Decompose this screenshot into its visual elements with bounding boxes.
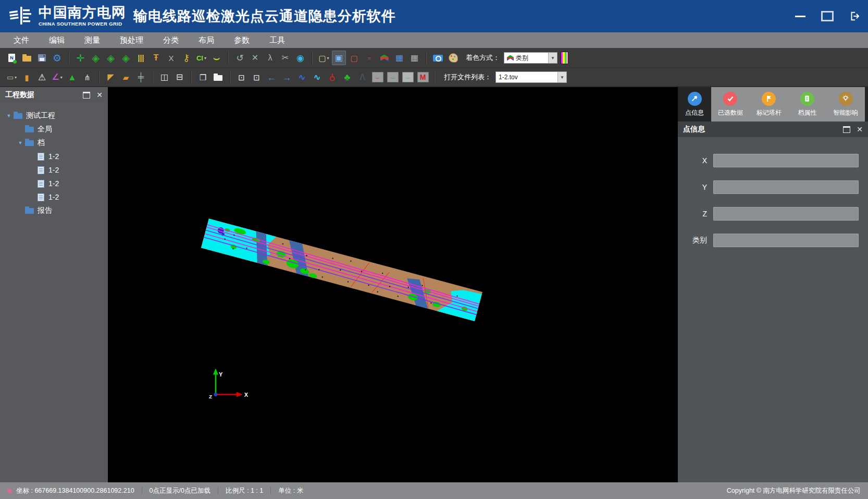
open-folder-button[interactable] <box>20 51 34 65</box>
tree-item-1-2[interactable]: 1-2 <box>0 190 108 204</box>
menu-item-参数[interactable]: 参数 <box>228 32 263 48</box>
y-input[interactable] <box>713 180 859 194</box>
exit-button[interactable] <box>841 0 868 32</box>
palette-button[interactable] <box>446 51 460 65</box>
diamond-slash-button-1[interactable]: ◈ <box>89 51 103 65</box>
document-n-button[interactable]: N <box>5 51 19 65</box>
dropdown-arrow-icon[interactable]: ▾ <box>327 56 329 60</box>
dropdown-arrow-icon[interactable]: ▾ <box>204 56 206 60</box>
dropdown-arrow-icon[interactable]: ▼ <box>548 53 557 63</box>
broom-button[interactable]: ◤ <box>104 70 118 84</box>
panel-close-icon[interactable]: ✕ <box>857 126 863 133</box>
save-button[interactable] <box>35 51 49 65</box>
grid-delete-button[interactable]: ▦ <box>392 51 406 65</box>
point-cloud-canvas[interactable]: Y X Z <box>108 87 678 482</box>
tower-button[interactable]: Λ <box>355 70 369 84</box>
menu-item-编辑[interactable]: 编辑 <box>43 32 78 48</box>
pole-button[interactable]: λ <box>263 51 277 65</box>
copy-dots-button-2[interactable]: ⊡ <box>250 70 264 84</box>
ruler-x-button[interactable]: X <box>164 51 178 65</box>
warning-triangle-button[interactable]: ⚠ <box>35 70 49 84</box>
green-arrow-button[interactable]: ▲ <box>65 70 79 84</box>
layers-chevron-button[interactable] <box>377 51 391 65</box>
vertical-ruler-button[interactable]: ▮ <box>20 70 34 84</box>
rainbow-bars-icon[interactable] <box>561 52 568 64</box>
panel-restore-icon[interactable] <box>843 126 850 133</box>
select-dots-button[interactable]: ▫ <box>362 51 376 65</box>
ellipse-rotate-button[interactable]: ↺ <box>233 51 247 65</box>
copy-dots-button-1[interactable]: ⊡ <box>234 70 249 84</box>
location-pin-button[interactable]: ⚲ <box>325 70 339 84</box>
key-plus-button[interactable]: ⚷ <box>179 51 193 65</box>
ci-dropdown-button[interactable]: CI▾ <box>194 51 208 65</box>
sag-box-green-button[interactable]: ⌣ <box>386 70 400 84</box>
menu-item-预处理[interactable]: 预处理 <box>114 32 157 48</box>
select-rect-dropdown-button[interactable]: ▢▾ <box>317 51 331 65</box>
profile-box-dropdown-button[interactable]: ▭▾ <box>5 70 19 84</box>
panel-restore-icon[interactable] <box>83 92 90 99</box>
tree-item-报告[interactable]: 报告 <box>0 204 108 217</box>
sag-box-red-button[interactable]: ⌣ <box>370 70 385 84</box>
polyline-blue-button[interactable]: ∿ <box>295 70 309 84</box>
colorize-mode-select[interactable]: 类别▼ <box>504 52 557 64</box>
expander-icon[interactable]: ▼ <box>5 113 13 118</box>
gear-button[interactable]: ⚙ <box>50 51 64 65</box>
tree-item-全局[interactable]: 全局 <box>0 123 108 136</box>
yellow-bars-delete-button[interactable]: ||| <box>134 51 148 65</box>
split-horizontal-button[interactable]: ⊟ <box>172 70 187 84</box>
polyline-cyan-button[interactable]: ∿ <box>310 70 324 84</box>
node-link-button[interactable]: ⋔ <box>80 70 94 84</box>
expander-icon[interactable]: ▼ <box>17 140 24 145</box>
category-input[interactable] <box>713 234 859 247</box>
orange-ruler-button[interactable]: ▰ <box>119 70 133 84</box>
menu-item-工具[interactable]: 工具 <box>263 32 299 48</box>
viewport-3d[interactable]: Y X Z <box>108 87 678 482</box>
tree-item-1-2[interactable]: 1-2 <box>0 177 108 190</box>
select-cursor-button[interactable]: ▣ <box>332 51 346 65</box>
sag-box-gray-button[interactable]: ⌣ <box>401 70 415 84</box>
catenary-curve-button[interactable]: ⌣ <box>209 51 224 65</box>
z-input[interactable] <box>713 207 859 221</box>
tree-item-档[interactable]: ▼档 <box>0 136 108 150</box>
menu-item-分类[interactable]: 分类 <box>157 32 192 48</box>
orange-flag-button[interactable]: Ŧ <box>149 51 163 65</box>
tab-point-info[interactable]: 点信息 <box>678 87 711 121</box>
dropdown-arrow-icon[interactable]: ▾ <box>15 75 17 80</box>
maximize-button[interactable] <box>814 0 841 32</box>
x-input[interactable] <box>713 154 859 167</box>
split-vertical-button[interactable]: ◫ <box>157 70 171 84</box>
diamond-slash-button-3[interactable]: ◈ <box>119 51 133 65</box>
cascade-windows-button[interactable]: ❐ <box>196 70 210 84</box>
grid-cursor-button[interactable]: ▦ <box>407 51 421 65</box>
dropdown-arrow-icon[interactable]: ▾ <box>60 75 63 80</box>
open-file-list-select[interactable]: 1-2.tov▼ <box>495 71 567 83</box>
menu-item-文件[interactable]: 文件 <box>7 32 43 48</box>
move-arrows-button[interactable]: ✛ <box>73 51 88 65</box>
tab-mark-tower[interactable]: 标记塔杆 <box>750 87 788 121</box>
field-label: X <box>678 156 713 165</box>
diamond-slash-button-2[interactable]: ◈ <box>104 51 118 65</box>
cross-button[interactable]: ✕ <box>248 51 262 65</box>
section-ticks-button[interactable]: ╪ <box>134 70 148 84</box>
tree-item-测试工程[interactable]: ▼测试工程 <box>0 109 108 123</box>
minimize-button[interactable] <box>787 0 814 32</box>
tab-smart-impact[interactable]: 智能影响 <box>826 87 865 121</box>
scissors-button[interactable]: ✂ <box>278 51 292 65</box>
arrow-left-button[interactable]: ← <box>265 70 279 84</box>
m-label-button[interactable]: M <box>416 70 430 84</box>
folder-white-button[interactable] <box>211 70 225 84</box>
tab-span-attrs[interactable]: 档属性 <box>788 87 827 121</box>
tree-item-1-2[interactable]: 1-2 <box>0 163 108 177</box>
tab-selected-data[interactable]: 已选数据 <box>711 87 750 121</box>
menu-item-布局[interactable]: 布局 <box>192 32 228 48</box>
menu-item-测量[interactable]: 测量 <box>78 32 114 48</box>
dropdown-arrow-icon[interactable]: ▼ <box>557 72 566 82</box>
panel-close-icon[interactable]: ✕ <box>96 91 103 99</box>
select-dots-cursor-button[interactable]: ▢ <box>347 51 361 65</box>
camera-button[interactable] <box>431 51 445 65</box>
arrow-right-button[interactable]: → <box>280 70 294 84</box>
tree-button[interactable]: ♣ <box>340 70 354 84</box>
angle-lines-dropdown-button[interactable]: ∠▾ <box>50 70 64 84</box>
eye-button[interactable]: ◉ <box>293 51 307 65</box>
tree-item-1-2[interactable]: 1-2 <box>0 150 108 163</box>
